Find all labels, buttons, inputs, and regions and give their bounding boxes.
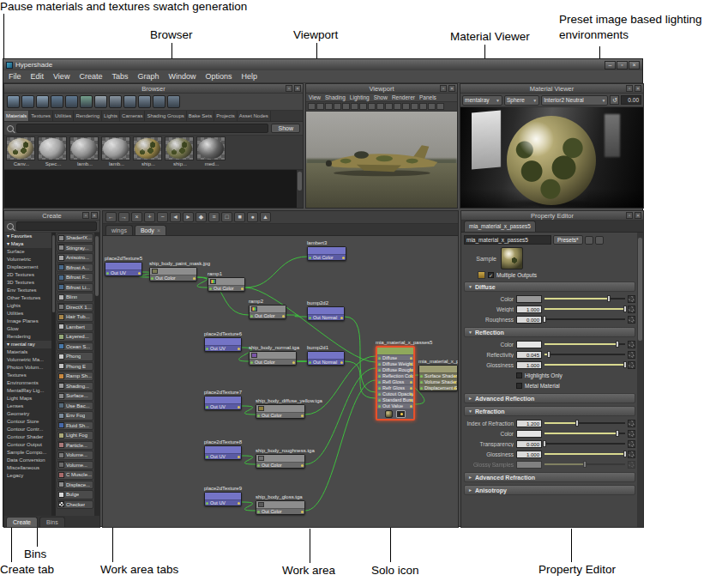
viewport-menu-renderer[interactable]: Renderer [392,94,415,100]
exposure-field[interactable]: 0.00 [621,95,641,105]
create-node-displace[interactable]: Displace... [57,481,93,490]
viewport-menu-shading[interactable]: Shading [325,94,346,100]
node-port-out-color[interactable]: Out Color [256,508,304,514]
large-swatch-icon[interactable] [167,95,180,108]
back-icon[interactable]: ← [105,212,117,222]
create-node-ocean-s[interactable]: Ocean S... [57,342,93,352]
texture-map-icon[interactable] [628,306,635,313]
create-node-c-muscle[interactable]: C Muscle... [57,470,93,480]
pin-icon[interactable]: ▲ [260,212,271,222]
viewport-toolbar-icon[interactable] [334,103,341,110]
create-node-shaderfx[interactable]: ShaderfX... [57,233,93,243]
node-body[interactable]: Out Color [256,454,305,469]
frame-all-icon[interactable]: □ [221,212,232,222]
sample-swatch[interactable] [501,247,523,269]
zoom-icon[interactable]: ● [247,212,258,222]
section-refraction[interactable]: ▼Refraction [464,406,635,416]
frame-selection-icon[interactable]: ■ [234,212,245,222]
create-node-icon[interactable] [21,95,34,108]
minimize-button[interactable]: – [605,61,616,70]
node-port-standard-bump[interactable]: Standard Bump [377,396,413,402]
graph-downstream-icon[interactable]: ► [183,212,194,222]
material-preview[interactable] [460,107,643,208]
focus-icon[interactable] [595,236,604,245]
slider-handle[interactable] [543,440,546,447]
node-body[interactable]: Out UV [204,337,242,352]
export-icon[interactable] [65,95,78,108]
viewport-toolbar-icon[interactable] [411,103,418,110]
create-node-fluid-sh[interactable]: Fluid Sh... [57,421,93,431]
viewport-menu-show[interactable]: Show [374,94,388,100]
node-port-out-color[interactable]: Out Color [250,359,296,365]
node-port-out-uv[interactable]: Out UV [205,499,241,505]
viewport-toolbar-icon[interactable] [368,103,376,110]
wire[interactable] [286,315,307,317]
rearrange-graph-icon[interactable]: ≡ [208,212,220,222]
node-port-out-color[interactable]: Out Color [208,285,244,291]
graph-node-lambert3[interactable]: lambert3Out Color [307,246,346,261]
create-node-stingray[interactable]: Stingray... [57,244,93,253]
value-field[interactable]: 1.000 [516,361,542,369]
create-node-checker[interactable]: Checker [57,500,93,510]
viewport-toolbar-icon[interactable] [402,103,410,110]
node-body[interactable]: Out Color [149,267,197,281]
category-light-maps[interactable]: Light Maps [4,395,51,402]
menu-window[interactable]: Window [168,72,196,81]
node-port-out-color[interactable]: Out Color [150,275,196,281]
category-legacy[interactable]: Legacy [4,472,51,480]
viewport-menu-view[interactable]: View [309,94,321,100]
multiple-outputs-checkbox[interactable] [488,272,494,278]
node-body[interactable]: Out Color [249,351,297,366]
menu-create[interactable]: Create [79,72,102,81]
graph-node-bump2d2[interactable]: bump2d2Out Normal [307,306,345,321]
color-swatch[interactable] [516,295,542,303]
graph-node-ship-body-paint-mask-jpg[interactable]: ship_body_paint_mask.jpgOut Color [149,267,197,281]
viewport-toolbar-icon[interactable] [376,103,384,110]
node-port-diffuse-roughness[interactable]: Diffuse Roughness [377,366,413,372]
node-port-out-value[interactable]: Out Value [377,402,413,409]
color-swatch[interactable] [516,430,542,438]
node-port-surface-shader[interactable]: Surface Shader [419,372,457,378]
node-name-field[interactable]: mia_material_x_passes5 [464,235,551,245]
create-node-phong[interactable]: Phong [57,352,93,361]
category-mentalray-lig[interactable]: MentalRay Lig... [4,387,51,395]
graph-node-place2dtexture9[interactable]: place2dTexture9Out UV [204,492,242,506]
node-body[interactable]: Out Color [307,246,346,261]
environment-select[interactable]: Interior2 Neutral▼ [541,95,608,106]
section-advanced-refraction[interactable]: ►Advanced Refraction [464,472,635,482]
value-field[interactable]: 1.000 [516,451,542,458]
menu-tabs[interactable]: Tabs [111,72,128,81]
float-panel-icon[interactable]: ▫ [626,85,633,92]
work-area-tab-wings[interactable]: wings [105,225,133,235]
viewport-toolbar-icon[interactable] [385,103,393,110]
node-port-displacement-shader[interactable]: Displacement Shader [419,384,457,390]
remove-from-graph-icon[interactable]: − [157,212,168,222]
add-to-graph-icon[interactable]: + [144,212,155,222]
slider-handle[interactable] [623,451,627,457]
category-materials[interactable]: Materials [4,348,51,356]
refresh-swatches-icon[interactable] [80,95,93,108]
viewport-scene[interactable] [306,112,457,208]
create-node-directx-1[interactable]: DirectX 1... [57,303,93,312]
graph-node-ramp2[interactable]: ramp2Out Color [249,305,286,319]
category-2d-textures[interactable]: 2D Textures [4,271,51,279]
menu-graph[interactable]: Graph [137,72,159,81]
slider-handle[interactable] [616,430,619,437]
category-3d-textures[interactable]: 3D Textures [4,279,51,287]
category-sample-compo[interactable]: Sample Compo... [4,449,51,457]
float-panel-icon[interactable]: ▫ [440,85,447,92]
slider-handle[interactable] [583,461,587,468]
node-body[interactable]: Surface ShaderVolume ShaderDisplacement … [418,365,458,391]
refresh-icon[interactable]: ↺ [610,95,619,105]
create-node-bulge[interactable]: Bulge [57,490,93,499]
slider[interactable] [544,295,625,302]
texture-map-icon[interactable] [628,420,635,427]
texture-map-icon[interactable] [628,341,635,348]
close-tab-icon[interactable]: × [157,227,160,233]
create-node-bifrost-f[interactable]: Bifrost F... [57,273,93,282]
forward-icon[interactable]: → [118,212,129,222]
browser-panel-header[interactable]: Browser ▫× [4,84,303,94]
node-body[interactable]: Out Color [208,277,245,292]
viewport-toolbar-icon[interactable] [436,103,444,110]
viewport-toolbar-icon[interactable] [308,103,316,110]
